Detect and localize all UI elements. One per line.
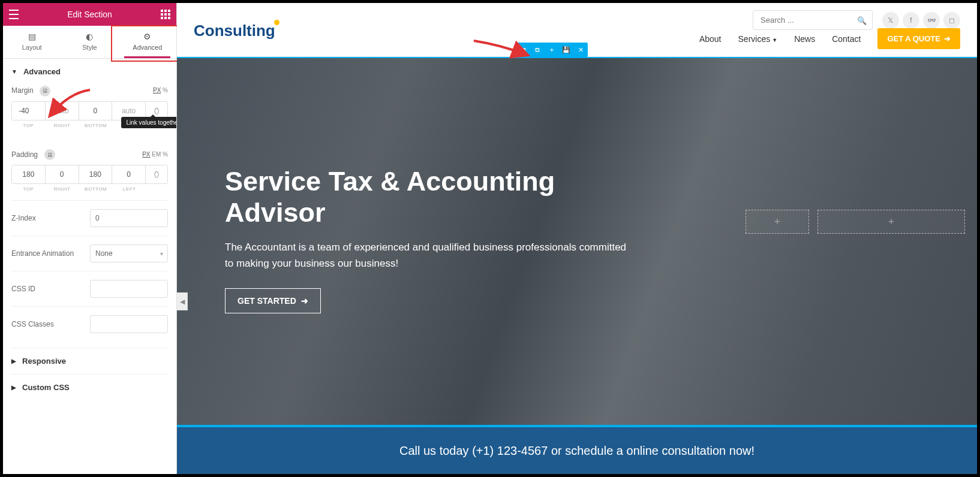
margin-units[interactable]: PX % — [153, 87, 168, 93]
control-padding: Padding 🖥 PX EM % ⬯ — [11, 149, 168, 192]
chevron-down-icon: ▼ — [772, 37, 777, 43]
caret-right-icon: ▶ — [11, 358, 16, 364]
padding-link-button[interactable]: ⬯ — [146, 165, 167, 183]
collapse-sidebar-button[interactable]: ◀ — [177, 292, 188, 310]
instagram-icon[interactable]: ◻ — [943, 12, 960, 29]
get-quote-button[interactable]: GET A QUOTE ➜ — [877, 28, 960, 49]
preview-canvas: Consulting 🔍 𝕏 f 👓 ◻ About Services▼ Ne — [177, 3, 977, 474]
search-input[interactable] — [753, 10, 873, 30]
arrow-right-icon: ➜ — [944, 34, 951, 43]
main-nav: About Services▼ News Contact GET A QUOTE… — [699, 28, 960, 49]
tripadvisor-icon[interactable]: 👓 — [923, 12, 940, 29]
caret-right-icon: ▶ — [11, 384, 16, 391]
nav-services[interactable]: Services▼ — [738, 34, 778, 44]
padding-units[interactable]: PX EM % — [142, 151, 168, 158]
section-responsive: ▶ Responsive — [11, 348, 168, 375]
widgets-grid-icon[interactable] — [161, 10, 170, 19]
control-css-id: CSS ID — [11, 271, 168, 306]
toolbar-duplicate-icon[interactable]: ⧉ — [530, 43, 545, 57]
arrow-right-icon: ➜ — [301, 296, 308, 306]
get-started-button[interactable]: GET STARTED ➜ — [225, 288, 321, 313]
hero-title: Service Tax & Accounting Advisor — [225, 166, 627, 228]
section-advanced: ▼ Advanced Margin 🖥 PX % — [11, 59, 168, 348]
logo-dot-icon — [274, 20, 279, 25]
tab-layout[interactable]: ▤ Layout — [3, 26, 61, 58]
padding-right-input[interactable] — [46, 165, 79, 183]
section-custom-css-header[interactable]: ▶ Custom CSS — [11, 375, 168, 400]
sidebar-tabs: ▤ Layout ◐ Style ⚙ Advanced — [3, 26, 176, 59]
section-responsive-header[interactable]: ▶ Responsive — [11, 348, 168, 374]
menu-icon[interactable] — [9, 10, 19, 19]
padding-label: Padding — [11, 150, 38, 159]
link-tooltip: Link values together — [121, 117, 176, 128]
section-custom-css: ▶ Custom CSS — [11, 375, 168, 400]
toolbar-section-icon[interactable]: ▦ — [516, 43, 530, 57]
cta-bar: Call us today (+1) 123-4567 or schedule … — [177, 425, 977, 474]
plus-icon: + — [888, 216, 895, 228]
control-margin: Margin 🖥 PX % ⬯ — [11, 84, 168, 128]
plus-icon: + — [774, 216, 781, 228]
section-edit-toolbar: ▦ ⧉ + 💾 ✕ — [516, 43, 588, 57]
editor-sidebar: Edit Section ▤ Layout ◐ Style ⚙ Advanced… — [3, 3, 177, 474]
nav-news[interactable]: News — [794, 34, 815, 44]
caret-down-icon: ▼ — [11, 68, 17, 75]
responsive-icon[interactable]: 🖥 — [40, 86, 50, 96]
social-icons: 𝕏 f 👓 ◻ — [882, 12, 960, 29]
search-box: 🔍 — [753, 10, 873, 30]
layout-icon: ▤ — [3, 32, 61, 41]
control-css-classes: CSS Classes — [11, 306, 168, 342]
gear-icon: ⚙ — [119, 32, 176, 41]
tab-advanced[interactable]: ⚙ Advanced — [119, 26, 176, 58]
empty-column-placeholder[interactable]: + — [745, 210, 809, 234]
margin-right-input[interactable] — [46, 102, 79, 120]
hero-text: The Accountant is a team of experienced … — [225, 239, 627, 271]
hero-section[interactable]: Service Tax & Accounting Advisor The Acc… — [177, 57, 977, 425]
entrance-select[interactable]: None — [90, 244, 168, 262]
responsive-icon[interactable]: 🖥 — [44, 149, 55, 160]
zindex-input[interactable] — [90, 209, 168, 227]
site-logo: Consulting — [194, 20, 279, 40]
nav-contact[interactable]: Contact — [832, 34, 861, 44]
padding-bottom-input[interactable] — [79, 165, 113, 183]
controls-panel: ▼ Advanced Margin 🖥 PX % — [3, 59, 176, 400]
twitter-icon[interactable]: 𝕏 — [882, 12, 899, 29]
search-icon[interactable]: 🔍 — [857, 16, 867, 25]
style-icon: ◐ — [61, 32, 118, 41]
facebook-icon[interactable]: f — [903, 12, 919, 29]
nav-about[interactable]: About — [699, 34, 722, 44]
padding-left-input[interactable] — [112, 165, 146, 183]
margin-bottom-input[interactable] — [79, 102, 113, 120]
control-entrance-animation: Entrance Animation None — [11, 236, 168, 271]
css-id-input[interactable] — [90, 280, 168, 298]
padding-top-input[interactable] — [12, 165, 46, 183]
margin-top-input[interactable] — [12, 102, 46, 120]
toolbar-close-icon[interactable]: ✕ — [573, 43, 588, 57]
sidebar-header: Edit Section — [3, 3, 176, 26]
margin-label: Margin — [11, 86, 34, 95]
toolbar-add-icon[interactable]: + — [545, 43, 559, 57]
control-zindex: Z-Index — [11, 200, 168, 236]
tab-style[interactable]: ◐ Style — [61, 26, 118, 58]
toolbar-save-icon[interactable]: 💾 — [559, 43, 573, 57]
css-classes-input[interactable] — [90, 315, 168, 333]
sidebar-title: Edit Section — [67, 10, 112, 19]
empty-column-placeholder[interactable]: + — [817, 210, 965, 234]
section-advanced-header[interactable]: ▼ Advanced — [11, 59, 168, 84]
